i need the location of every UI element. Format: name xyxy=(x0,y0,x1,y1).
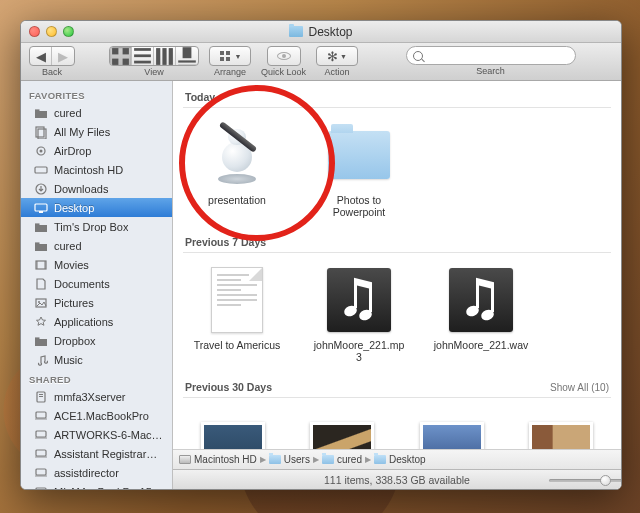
search-label: Search xyxy=(476,66,505,76)
search-field[interactable] xyxy=(406,46,576,65)
hd-icon xyxy=(179,455,191,464)
path-crumb[interactable]: Desktop xyxy=(374,454,426,465)
folder-icon xyxy=(33,334,48,347)
server-icon xyxy=(33,390,48,403)
computer-icon xyxy=(33,409,48,422)
sidebar-item-label: Downloads xyxy=(54,183,108,195)
action-button[interactable]: ✻▼ xyxy=(316,46,358,66)
sidebar-item[interactable]: mmfa3Xserver xyxy=(21,387,172,406)
sidebar-item[interactable]: AirDrop xyxy=(21,141,172,160)
audio-icon xyxy=(327,268,391,332)
computer-icon xyxy=(33,485,48,489)
file-item[interactable]: johnMoore_221.mp3 xyxy=(311,265,407,363)
svg-rect-23 xyxy=(35,204,47,211)
sidebar-item[interactable]: Downloads xyxy=(21,179,172,198)
svg-rect-2 xyxy=(112,58,118,64)
sidebar-item[interactable]: Movies xyxy=(21,255,172,274)
svg-rect-7 xyxy=(156,48,160,65)
sidebar-item[interactable]: cured xyxy=(21,103,172,122)
airdrop-icon xyxy=(33,144,48,157)
sidebar-item-label: Assistant Registrar… xyxy=(54,448,157,460)
music-icon xyxy=(33,353,48,366)
sidebar-item[interactable]: Documents xyxy=(21,274,172,293)
view-columns-button[interactable] xyxy=(154,47,176,65)
computer-icon xyxy=(33,466,48,479)
svg-rect-4 xyxy=(134,48,151,51)
sidebar-item-label: Tim's Drop Box xyxy=(54,221,128,233)
svg-rect-15 xyxy=(220,57,224,61)
status-text: 111 items, 338.53 GB available xyxy=(324,474,470,486)
sidebar-item[interactable]: Applications xyxy=(21,312,172,331)
window-title: Desktop xyxy=(21,25,621,39)
downloads-icon xyxy=(33,182,48,195)
sidebar-item[interactable]: Desktop xyxy=(21,198,172,217)
file-item[interactable] xyxy=(189,410,277,449)
svg-rect-6 xyxy=(134,60,151,63)
main-content: Today presentationPhotos to Powerpoint P… xyxy=(173,81,621,489)
documents-icon xyxy=(33,277,48,290)
icon-size-slider[interactable] xyxy=(549,475,611,485)
file-item[interactable]: johnMoore_221.wav xyxy=(433,265,529,363)
file-item[interactable] xyxy=(408,410,496,449)
hd-icon xyxy=(33,163,48,176)
path-crumb[interactable]: Users xyxy=(269,454,310,465)
icon-view[interactable]: Today presentationPhotos to Powerpoint P… xyxy=(173,81,621,449)
sidebar-item[interactable]: ARTWORKS-6-Mac… xyxy=(21,425,172,444)
sidebar-item-label: Desktop xyxy=(54,202,94,214)
sidebar-item-label: AirDrop xyxy=(54,145,91,157)
folder-icon xyxy=(33,239,48,252)
sidebar-item-label: Macintosh HD xyxy=(54,164,123,176)
image-thumbnail xyxy=(201,422,265,449)
action-group: ✻▼ Action xyxy=(316,46,358,77)
sidebar-item-label: Dropbox xyxy=(54,335,96,347)
sidebar-item-label: Documents xyxy=(54,278,110,290)
forward-button[interactable]: ▶ xyxy=(52,47,74,65)
window-title-text: Desktop xyxy=(308,25,352,39)
file-name: Travel to Americus xyxy=(194,339,281,351)
sidebar-item[interactable]: cured xyxy=(21,236,172,255)
back-button[interactable]: ◀ xyxy=(30,47,52,65)
section-today: Today xyxy=(183,87,611,108)
file-item[interactable]: Photos to Powerpoint xyxy=(311,120,407,218)
apps-icon xyxy=(33,315,48,328)
audio-icon xyxy=(449,268,513,332)
arrange-group: ▼ Arrange xyxy=(209,46,251,77)
view-icons-button[interactable] xyxy=(110,47,132,65)
view-coverflow-button[interactable] xyxy=(176,47,198,65)
sidebar-item[interactable]: Music xyxy=(21,350,172,369)
quicklook-button[interactable] xyxy=(267,46,301,66)
sidebar-item[interactable]: Tim's Drop Box xyxy=(21,217,172,236)
sidebar-item[interactable]: Macintosh HD xyxy=(21,160,172,179)
file-item[interactable] xyxy=(518,410,606,449)
file-item[interactable]: Travel to Americus xyxy=(189,265,285,363)
sidebar-item[interactable]: All My Files xyxy=(21,122,172,141)
search-input[interactable] xyxy=(427,50,569,62)
svg-rect-0 xyxy=(112,48,118,54)
sidebar-item[interactable]: ACE1.MacBookPro xyxy=(21,406,172,425)
section-prev30: Previous 30 Days Show All (10) xyxy=(183,377,611,398)
movies-icon xyxy=(33,258,48,271)
sidebar[interactable]: FAVORITES curedAll My FilesAirDropMacint… xyxy=(21,81,173,489)
svg-rect-26 xyxy=(36,261,38,269)
eye-icon xyxy=(277,52,291,60)
sidebar-item[interactable]: MLAMacBookPro15 xyxy=(21,482,172,489)
sidebar-item[interactable]: assistdirector xyxy=(21,463,172,482)
computer-icon xyxy=(33,428,48,441)
sidebar-item[interactable]: Dropbox xyxy=(21,331,172,350)
show-all-link[interactable]: Show All (10) xyxy=(550,382,609,393)
view-list-button[interactable] xyxy=(132,47,154,65)
sidebar-item[interactable]: Assistant Registrar… xyxy=(21,444,172,463)
search-icon xyxy=(413,51,423,61)
svg-rect-35 xyxy=(36,431,46,437)
arrange-button[interactable]: ▼ xyxy=(209,46,251,66)
file-item[interactable] xyxy=(299,410,387,449)
sidebar-item[interactable]: Pictures xyxy=(21,293,172,312)
path-crumb[interactable]: Macintosh HD xyxy=(179,454,257,465)
sidebar-item-label: ACE1.MacBookPro xyxy=(54,410,149,422)
path-bar[interactable]: Macintosh HD ▶ Users ▶ cured ▶ Desktop xyxy=(173,449,621,469)
path-crumb[interactable]: cured xyxy=(322,454,362,465)
image-thumbnail xyxy=(310,422,374,449)
file-item[interactable]: presentation xyxy=(189,120,285,218)
folder-icon xyxy=(328,131,390,179)
file-name: johnMoore_221.wav xyxy=(434,339,529,351)
